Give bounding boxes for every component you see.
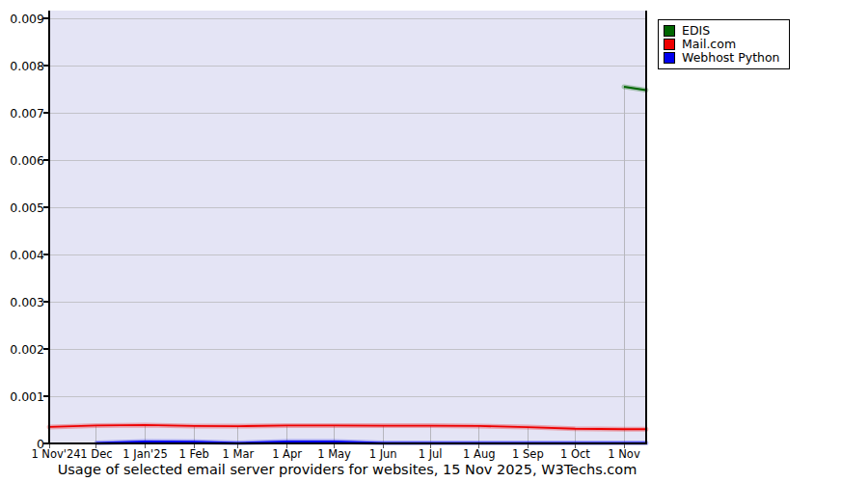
usage-line-chart: 00.0010.0020.0030.0040.0050.0060.0070.00… — [0, 0, 868, 482]
y-axis-label: 0.003 — [10, 295, 44, 309]
y-axis-label: 0.007 — [10, 106, 44, 120]
legend-swatch-webhost-python — [664, 52, 675, 64]
legend-swatch-mail-com — [664, 39, 675, 50]
x-axis-label: 1 Mar — [223, 447, 255, 461]
legend-item-webhost-python: Webhost Python — [664, 51, 780, 64]
x-axis-label: 1 Sep — [512, 447, 544, 461]
legend-item-mail-com: Mail.com — [664, 38, 780, 50]
y-axis-label: 0.001 — [10, 389, 44, 404]
y-axis-label: 0.002 — [10, 342, 44, 357]
x-axis-label: 1 Dec — [80, 447, 112, 461]
legend-swatch-edis — [664, 25, 675, 37]
y-axis-label: 0.008 — [10, 59, 44, 73]
x-axis-label: 1 May — [317, 447, 351, 461]
legend-item-edis: EDIS — [664, 24, 780, 37]
legend: EDISMail.comWebhost Python — [658, 19, 790, 69]
x-axis-label: 1 Jun — [369, 447, 397, 461]
chart-title: Usage of selected email server providers… — [29, 462, 665, 477]
legend-label-edis: EDIS — [682, 24, 710, 37]
x-axis-label: 1 Feb — [179, 447, 209, 461]
y-axis-label: 0.005 — [10, 201, 44, 215]
plot-canvas: 00.0010.0020.0030.0040.0050.0060.0070.00… — [0, 0, 868, 482]
x-axis-label: 1 Jan'25 — [122, 447, 168, 461]
x-axis-label: 1 Oct — [560, 447, 590, 461]
y-axis-label: 0.004 — [10, 248, 44, 262]
plot-area — [49, 11, 646, 444]
x-axis-label: 1 Apr — [272, 447, 302, 461]
y-axis-label: 0.006 — [10, 153, 44, 168]
x-axis-label: 1 Aug — [463, 447, 495, 461]
x-axis-label: 1 Jul — [419, 447, 443, 461]
y-axis-label: 0.009 — [10, 12, 44, 26]
x-axis-label: 1 Nov'24 — [31, 447, 80, 461]
legend-label-webhost-python: Webhost Python — [682, 51, 780, 64]
x-axis-label: 1 Nov — [608, 447, 640, 461]
legend-label-mail-com: Mail.com — [682, 38, 736, 50]
